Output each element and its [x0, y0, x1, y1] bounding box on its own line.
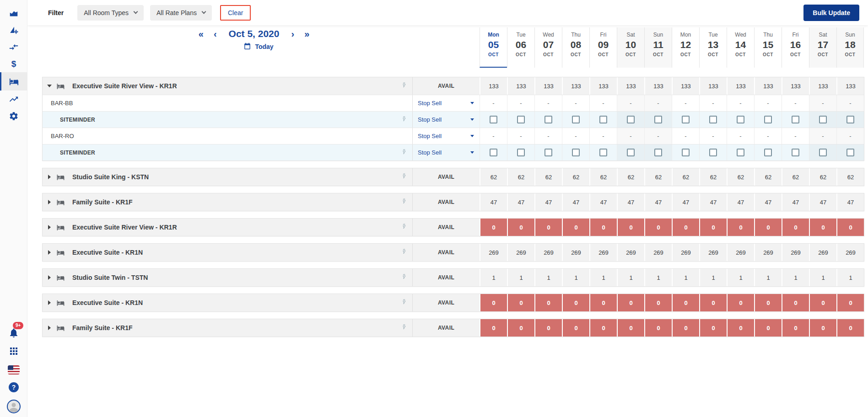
help-button[interactable]: ? — [9, 382, 19, 392]
availability-value-cell: 0 — [727, 294, 754, 311]
expand-icon[interactable] — [48, 175, 51, 179]
availability-checkbox[interactable] — [490, 149, 497, 156]
room-type-row[interactable]: Executive Suite River View - KR1RAVAIL13… — [43, 77, 864, 95]
availability-checkbox[interactable] — [627, 149, 635, 156]
availability-checkbox[interactable] — [599, 149, 607, 156]
language-flag-icon[interactable] — [8, 365, 20, 374]
room-type-row[interactable]: Studio Suite Twin - TSTNAVAIL11111111111… — [43, 269, 864, 286]
availability-checkbox[interactable] — [792, 149, 799, 156]
sidebar-item-dashboard[interactable] — [0, 5, 27, 21]
expand-icon[interactable] — [48, 275, 51, 280]
stop-sell-label: Stop Sell — [418, 100, 442, 107]
availability-checkbox[interactable] — [682, 149, 690, 156]
stop-sell-dropdown[interactable]: Stop Sell — [413, 95, 480, 111]
availability-value-cell: 0 — [562, 319, 589, 337]
rate-day-cell: - — [836, 95, 864, 111]
availability-value-cell: 0 — [754, 294, 782, 311]
calendar-day-header: Sat17OCT — [809, 27, 836, 68]
availability-value-cell: 0 — [480, 219, 507, 236]
room-type-row[interactable]: Executive Suite - KR1NAVAIL0000000000000… — [43, 294, 864, 311]
room-type-row[interactable]: Studio Suite King - KSTNAVAIL62626262626… — [43, 168, 864, 186]
availability-value-cell: 47 — [507, 193, 534, 211]
sidebar-item-rate-shopper[interactable] — [0, 21, 27, 38]
sidebar-item-channel-sync[interactable] — [0, 38, 27, 55]
availability-value-cell: 47 — [617, 193, 644, 211]
user-avatar[interactable] — [7, 400, 21, 413]
availability-checkbox[interactable] — [819, 116, 827, 123]
empty-value-dash: - — [602, 100, 604, 107]
room-type-row[interactable]: Family Suite - KR1FAVAIL4747474747474747… — [43, 193, 864, 211]
day-of-week: Sun — [645, 32, 672, 38]
availability-checkbox[interactable] — [599, 116, 607, 123]
availability-checkbox[interactable] — [709, 149, 717, 156]
calendar-day-header: Thu15OCT — [754, 27, 782, 68]
availability-checkbox[interactable] — [572, 149, 580, 156]
notifications-button[interactable]: 9+ — [0, 323, 27, 343]
availability-checkbox[interactable] — [490, 116, 497, 123]
calendar-day-header: Fri09OCT — [589, 27, 617, 68]
flash-icon — [402, 248, 407, 257]
availability-value-cell: 133 — [672, 77, 699, 95]
availability-value-cell: 47 — [727, 193, 754, 211]
first-page-icon[interactable]: « — [199, 29, 204, 38]
availability-value-cell: 0 — [534, 319, 562, 337]
availability-value-cell: 133 — [809, 77, 836, 95]
expand-icon[interactable] — [48, 326, 51, 330]
availability-checkbox[interactable] — [819, 149, 827, 156]
availability-value-cell: 269 — [589, 244, 617, 261]
bed-icon — [56, 299, 65, 307]
availability-checkbox[interactable] — [792, 116, 799, 123]
availability-table: Executive Suite River View - KR1RAVAIL13… — [42, 77, 864, 344]
availability-checkbox[interactable] — [517, 116, 525, 123]
prev-day-icon[interactable]: ‹ — [214, 29, 217, 38]
expand-icon[interactable] — [48, 200, 51, 204]
availability-checkbox[interactable] — [545, 149, 552, 156]
expand-icon[interactable] — [48, 225, 51, 230]
room-type-row[interactable]: Executive Suite - KR1NAVAIL2692692692692… — [43, 244, 864, 261]
availability-checkbox[interactable] — [764, 116, 772, 123]
availability-value-cell: 1 — [782, 269, 809, 286]
expand-icon[interactable] — [48, 300, 51, 305]
bulk-update-button[interactable]: Bulk Update — [803, 5, 859, 21]
collapse-icon[interactable] — [47, 85, 52, 87]
availability-checkbox[interactable] — [545, 116, 552, 123]
availability-checkbox[interactable] — [737, 116, 744, 123]
availability-checkbox[interactable] — [517, 149, 525, 156]
room-type-row[interactable]: Family Suite - KR1FAVAIL00000000000000 — [43, 319, 864, 337]
availability-value-cell: 47 — [782, 193, 809, 211]
sidebar-item-reports[interactable] — [0, 91, 27, 107]
availability-checkbox[interactable] — [846, 149, 854, 156]
availability-value-cell: 47 — [562, 193, 589, 211]
availability-checkbox[interactable] — [654, 149, 662, 156]
last-page-icon[interactable]: » — [304, 29, 309, 38]
channel-day-cell — [507, 112, 534, 128]
availability-checkbox[interactable] — [682, 116, 690, 123]
expand-icon[interactable] — [48, 250, 51, 255]
sidebar-item-availability[interactable] — [0, 72, 27, 91]
today-button[interactable]: Today — [32, 43, 485, 50]
rate-plans-dropdown[interactable]: All Rate Plans — [150, 5, 212, 21]
apps-menu-button[interactable] — [8, 346, 19, 358]
stop-sell-dropdown[interactable]: Stop Sell — [413, 112, 480, 128]
sidebar-item-settings[interactable] — [0, 107, 27, 124]
availability-checkbox[interactable] — [846, 116, 854, 123]
availability-checkbox[interactable] — [709, 116, 717, 123]
availability-checkbox[interactable] — [654, 116, 662, 123]
availability-value-cell: 62 — [562, 168, 589, 186]
calendar-day-header: Sun11OCT — [644, 27, 672, 68]
day-of-week: Sun — [837, 32, 863, 38]
room-types-dropdown[interactable]: All Room Types — [77, 5, 144, 21]
availability-checkbox[interactable] — [737, 149, 744, 156]
sidebar-item-rates[interactable]: $ — [0, 55, 27, 72]
channel-day-cell — [534, 112, 562, 128]
rate-plan-name-cell: BAR-RO — [43, 128, 412, 144]
stop-sell-dropdown[interactable]: Stop Sell — [413, 128, 480, 144]
clear-filters-button[interactable]: Clear — [220, 5, 251, 21]
calendar-day-header: Thu08OCT — [562, 27, 589, 68]
availability-checkbox[interactable] — [627, 116, 635, 123]
availability-checkbox[interactable] — [572, 116, 580, 123]
room-type-row[interactable]: Executive Suite River View - KR1RAVAIL00… — [43, 219, 864, 236]
availability-checkbox[interactable] — [764, 149, 772, 156]
stop-sell-dropdown[interactable]: Stop Sell — [413, 144, 480, 160]
next-day-icon[interactable]: › — [291, 29, 294, 38]
